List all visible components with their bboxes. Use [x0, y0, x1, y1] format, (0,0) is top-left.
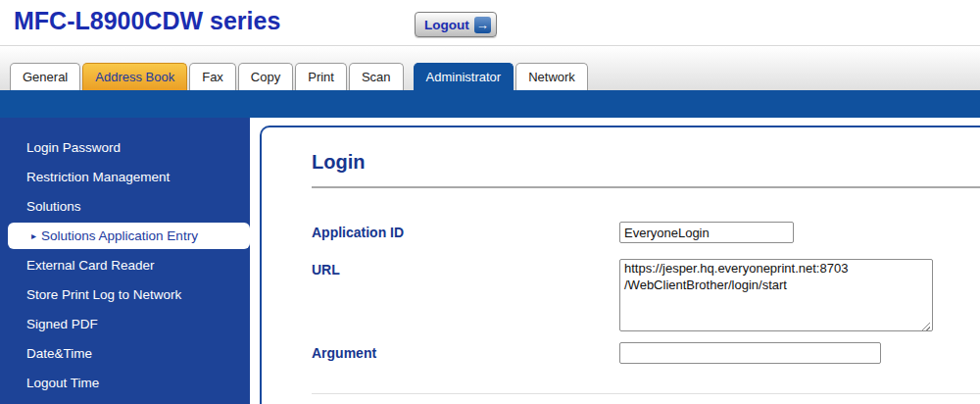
- tab-network[interactable]: Network: [515, 63, 588, 90]
- sidebar-item-label: External Card Reader: [26, 258, 155, 273]
- field-row-application-id: Application ID: [312, 222, 794, 243]
- sidebar-item-logout-time[interactable]: Logout Time: [0, 369, 250, 398]
- content-area: Login Application IDURLArgument: [250, 118, 980, 404]
- sidebar-item-label: Logout Time: [26, 376, 99, 390]
- application-id-input[interactable]: [619, 222, 794, 243]
- content-panel: Login Application IDURLArgument: [260, 126, 980, 404]
- sidebar-item-label: Date&Time: [26, 346, 92, 361]
- logout-button[interactable]: Logout →: [415, 12, 497, 37]
- sidebar-item-label: Restriction Management: [26, 170, 170, 184]
- section-divider: [312, 186, 980, 188]
- section-heading: Login: [312, 151, 365, 174]
- sidebar-item-login-password[interactable]: Login Password: [0, 133, 250, 163]
- tab-print[interactable]: Print: [295, 63, 347, 90]
- field-row-url: URL: [312, 259, 933, 335]
- field-row-argument: Argument: [312, 342, 881, 364]
- page-title: MFC-L8900CDW series: [14, 7, 280, 35]
- sidebar-item-label: Store Print Log to Network: [26, 287, 181, 302]
- logout-button-label: Logout: [424, 18, 469, 32]
- content-band: [0, 90, 980, 118]
- sidebar-item-label: Solutions Application Entry: [41, 223, 198, 249]
- tab-scan[interactable]: Scan: [349, 63, 404, 90]
- sidebar-item-label: Solutions: [26, 199, 81, 214]
- field-label-url: URL: [312, 259, 619, 280]
- field-label-argument: Argument: [312, 342, 619, 364]
- tab-strip: GeneralAddress BookFaxCopyPrintScanAdmin…: [0, 46, 980, 90]
- sidebar-item-label: Signed PDF: [26, 317, 98, 331]
- arrow-right-icon: →: [474, 17, 491, 33]
- field-label-application-id: Application ID: [312, 222, 619, 243]
- bottom-divider: [312, 393, 980, 394]
- sidebar-item-signed-pdf[interactable]: Signed PDF: [0, 310, 250, 339]
- sidebar-item-store-print-log-to-network[interactable]: Store Print Log to Network: [0, 280, 250, 310]
- tab-administrator[interactable]: Administrator: [414, 63, 514, 90]
- sidebar-nav: Login PasswordRestriction ManagementSolu…: [0, 118, 250, 404]
- argument-input[interactable]: [619, 342, 881, 364]
- tab-bar: GeneralAddress BookFaxCopyPrintScanAdmin…: [10, 63, 588, 90]
- tab-copy[interactable]: Copy: [238, 63, 293, 90]
- tab-fax[interactable]: Fax: [189, 63, 236, 90]
- tab-general[interactable]: General: [10, 63, 80, 90]
- sidebar-item-restriction-management[interactable]: Restriction Management: [0, 163, 250, 192]
- sidebar-item-date-time[interactable]: Date&Time: [0, 339, 250, 369]
- brother-web-admin-page: MFC-L8900CDW series Logout → GeneralAddr…: [0, 0, 980, 404]
- url-textarea-wrap: [619, 259, 933, 335]
- sidebar-item-label: Login Password: [26, 140, 121, 155]
- active-item-arrow-icon: ▸: [31, 223, 36, 249]
- url-textarea[interactable]: [619, 259, 933, 331]
- sidebar-item-solutions[interactable]: Solutions: [0, 192, 250, 222]
- tab-address-book[interactable]: Address Book: [82, 63, 187, 90]
- sidebar-item-solutions-application-entry[interactable]: ▸Solutions Application Entry: [8, 223, 250, 249]
- sidebar-item-external-card-reader[interactable]: External Card Reader: [0, 251, 250, 280]
